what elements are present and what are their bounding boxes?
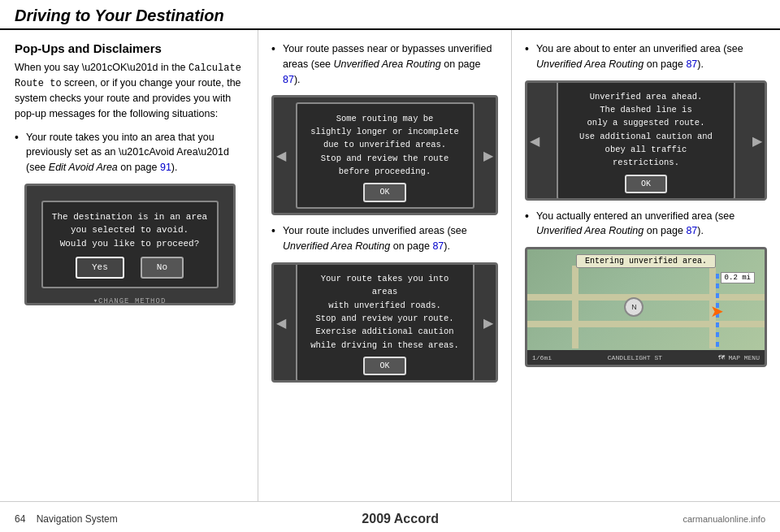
popup-dialog-m2: Your route takes you into areas with unv… [296, 262, 474, 382]
middle-column: • Your route passes near or bypasses unv… [258, 30, 512, 501]
bullet-dot: • [15, 129, 26, 175]
r1-line1: Unverified area ahead. [570, 90, 722, 103]
page-header: Driving to Your Destination [0, 0, 780, 30]
right-bullet-2: • You actually entered an unverified are… [525, 209, 767, 240]
intro-text: When you say \u201cOK\u201d in the Calcu… [15, 60, 245, 122]
bullet-text-1: Your route passes near or bypasses unver… [283, 41, 498, 87]
m1-line3: due to unverified areas. [309, 138, 462, 151]
m1-line1: Some routing may be [309, 112, 462, 125]
avoid-dialog: The destination is in an area you select… [41, 201, 219, 288]
right-bullet-1: • You are about to enter an unverified a… [525, 41, 767, 72]
middle-screen-2: ◀ Your route takes you into areas with u… [271, 262, 498, 383]
section-title: Pop-Ups and Disclaimers [15, 41, 245, 55]
map-road-h1 [527, 294, 765, 301]
ok-btn-wrap-m2: OK [309, 357, 462, 376]
middle-screen-1: ◀ Some routing may be slightly longer or… [271, 95, 498, 215]
bullet-text-2: Your route includes unverified areas (se… [283, 223, 498, 254]
content-area: Pop-Ups and Disclaimers When you say \u2… [0, 30, 780, 501]
italic-unverified-r1: Unverified Area Routing [536, 58, 644, 70]
avoid-line3: Would you like to proceed? [51, 237, 209, 251]
avoid-area-screen: The destination is in an area you select… [24, 184, 236, 305]
scale-label: 1/6mi [532, 354, 552, 361]
footer-right: carmanualonline.info [682, 514, 765, 524]
footer-left: 64 Navigation System [15, 513, 118, 525]
r1-line3: only a suggested route. [570, 116, 722, 129]
link-91[interactable]: 91 [160, 162, 171, 173]
map-background: Entering unverified area. 0.2 mi N ➤ 1/6… [527, 249, 765, 365]
yes-button[interactable]: Yes [76, 257, 124, 279]
right-map-screen: Entering unverified area. 0.2 mi N ➤ 1/6… [525, 247, 767, 367]
ok-btn-wrap-r1: OK [570, 175, 722, 194]
m1-line4: Stop and review the route [309, 152, 462, 165]
arrow-left-m2: ◀ [276, 314, 286, 330]
footer-center: 2009 Accord [362, 512, 439, 526]
distance-badge: 0.2 mi [721, 272, 755, 283]
arrow-right-m1: ▶ [483, 148, 493, 163]
r1-line4: Use additional caution and [570, 130, 722, 143]
middle-bullet-2: • Your route includes unverified areas (… [271, 223, 498, 254]
m2-line4: Exercise additional caution [309, 325, 462, 338]
link-87-m2[interactable]: 87 [432, 240, 444, 252]
no-button[interactable]: No [141, 257, 184, 279]
r1-line5: obey all traffic restrictions. [570, 143, 722, 170]
footer-page-number: 64 [15, 513, 25, 525]
compass-icon: N [624, 297, 644, 317]
footer-nav-system: Navigation System [37, 513, 118, 525]
right-screen-1: ◀ Unverified area ahead. The dashed line… [525, 80, 767, 201]
link-87-r2[interactable]: 87 [686, 225, 697, 236]
street-name: CANDLELIGHT ST [608, 354, 662, 361]
bullet-dot-r2: • [525, 208, 536, 240]
popup-dialog-m1: Some routing may be slightly longer or i… [296, 102, 474, 209]
bullet-text-r1: You are about to enter an unverified are… [536, 41, 767, 72]
bullet-dot-r1: • [525, 41, 536, 72]
right-column: • You are about to enter an unverified a… [512, 30, 780, 501]
arrow-left-r1: ◀ [530, 132, 540, 148]
arrow-right-r1: ▶ [752, 132, 762, 148]
avoid-line2: you selected to avoid. [51, 223, 209, 237]
left-column: Pop-Ups and Disclaimers When you say \u2… [0, 30, 258, 501]
ok-button-m1[interactable]: OK [363, 183, 405, 202]
bullet-text-r2: You actually entered an unverified area … [536, 209, 767, 240]
avoid-btn-row: Yes No [51, 257, 209, 279]
arrow-right-m2: ▶ [483, 314, 493, 330]
entering-label: Entering unverified area. [576, 254, 716, 268]
italic-unverified-r2: Unverified Area Routing [536, 225, 644, 236]
m1-line5: before proceeding. [309, 165, 462, 178]
page-footer: 64 Navigation System 2009 Accord carmanu… [0, 501, 780, 532]
map-road-v1 [572, 266, 578, 348]
m2-line1: Your route takes you into areas [309, 272, 462, 299]
popup-dialog-r1: Unverified area ahead. The dashed line i… [557, 80, 735, 200]
italic-edit-avoid: Edit Avoid Area [49, 162, 118, 173]
map-menu-btn[interactable]: 🗺 MAP MENU [718, 354, 760, 361]
italic-unverified-2: Unverified Area Routing [283, 240, 390, 252]
page-title: Driving to Your Destination [15, 6, 765, 25]
m2-line2: with unverified roads. [309, 299, 462, 312]
m2-line3: Stop and review your route. [309, 312, 462, 325]
map-bottom-bar: 1/6mi CANDLELIGHT ST 🗺 MAP MENU [527, 350, 765, 365]
navigation-arrow: ➤ [710, 301, 724, 321]
avoid-line1: The destination is in an area [51, 210, 209, 224]
bullet-dot: • [271, 41, 283, 87]
link-87-r1[interactable]: 87 [686, 58, 697, 70]
m1-line2: slightly longer or incomplete [309, 125, 462, 138]
bullet-text: Your route takes you into an area that y… [26, 130, 245, 175]
arrow-left-m1: ◀ [276, 148, 286, 163]
ok-button-m2[interactable]: OK [363, 357, 405, 376]
middle-bullet-1: • Your route passes near or bypasses unv… [271, 41, 498, 87]
intro-text-before: When you say \u201cOK\u201d in the [15, 62, 188, 73]
m2-line5: while driving in these areas. [309, 339, 462, 352]
bullet-dot-2: • [271, 223, 283, 254]
ok-button-r1[interactable]: OK [625, 175, 667, 194]
italic-unverified-1: Unverified Area Routing [334, 58, 441, 70]
link-87-m1[interactable]: 87 [283, 74, 294, 85]
ok-btn-wrap-m1: OK [309, 183, 462, 202]
left-bullet-1: • Your route takes you into an area that… [15, 130, 245, 175]
map-road-h2 [527, 321, 765, 327]
r1-line2: The dashed line is [570, 103, 722, 116]
change-method-bar: ▾CHANGE METHOD [27, 296, 233, 305]
